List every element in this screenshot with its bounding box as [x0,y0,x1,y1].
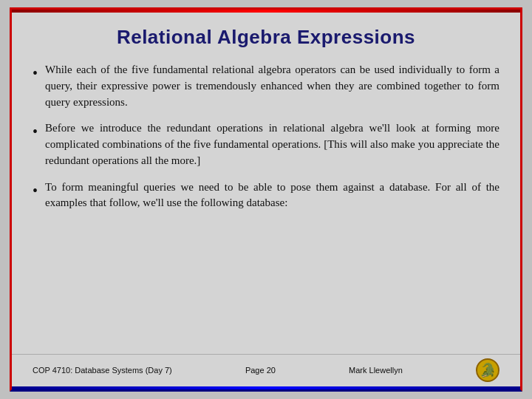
footer-logo: 🐊 [476,358,499,382]
bullet-item-1: • While each of the five fundamental rel… [33,62,499,110]
bullet-text-2: Before we introduce the redundant operat… [45,120,499,168]
slide-footer: COP 4710: Database Systems (Day 7) Page … [12,354,520,386]
slide-container: Relational Algebra Expressions • While e… [10,7,522,392]
footer-left: COP 4710: Database Systems (Day 7) [33,366,172,375]
footer-center: Page 20 [245,366,276,375]
bullet-dot-2: • [33,121,38,142]
slide-title: Relational Algebra Expressions [33,26,499,49]
footer-right: Mark Llewellyn [349,366,403,375]
logo-symbol: 🐊 [480,362,496,378]
slide-inner: Relational Algebra Expressions • While e… [12,13,520,354]
bullet-text-1: While each of the five fundamental relat… [45,62,499,110]
bullet-text-3: To form meaningful queries we need to be… [45,180,499,212]
bottom-border [12,386,520,389]
content-area: • While each of the five fundamental rel… [33,62,499,348]
bullet-item-2: • Before we introduce the redundant oper… [33,120,499,168]
bullet-dot-1: • [33,63,38,83]
bullet-dot-3: • [33,180,38,201]
bullet-item-3: • To form meaningful queries we need to … [33,180,499,212]
